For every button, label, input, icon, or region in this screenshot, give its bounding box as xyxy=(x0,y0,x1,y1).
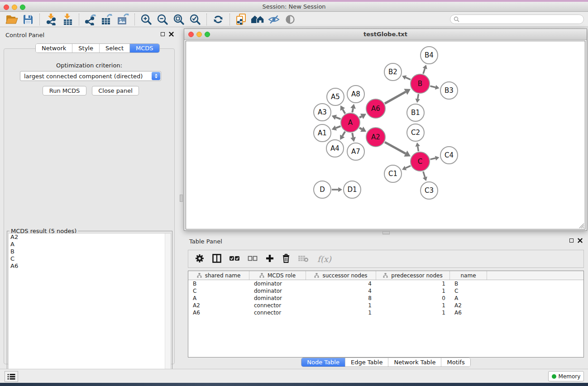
graph-edge-C-C1[interactable] xyxy=(406,166,411,168)
import-network-button[interactable] xyxy=(43,13,59,26)
maximize-window-button[interactable] xyxy=(20,5,25,10)
graph-edge-C-C3[interactable] xyxy=(423,172,425,177)
mcds-result-item[interactable]: A2 xyxy=(9,234,171,241)
import-table-button[interactable] xyxy=(59,13,76,26)
graph-edge-A2-C[interactable] xyxy=(385,142,406,153)
clone-network-button[interactable] xyxy=(233,13,249,26)
graph-node-label: C1 xyxy=(388,170,397,178)
graph-edge-B-B2[interactable] xyxy=(406,77,411,80)
hide-details-button[interactable] xyxy=(266,13,282,26)
run-mcds-button[interactable]: Run MCDS xyxy=(43,86,86,95)
graph-node-label: C xyxy=(418,157,422,166)
tab-mcds[interactable]: MCDS xyxy=(130,44,159,52)
column-header-successor-nodes[interactable]: successor nodes xyxy=(306,271,376,280)
network-canvas[interactable]: AA1A2A3A4A5A6A7A8BB1B2B3B4CC1C2C3C4DD1 xyxy=(186,41,585,229)
graph-edge-A-A7[interactable] xyxy=(352,133,353,138)
main-toolbar xyxy=(0,12,588,27)
table-cell: 8 xyxy=(306,295,376,302)
optimization-criterion-select[interactable]: largest connected component (directed) xyxy=(20,71,161,81)
save-session-button[interactable] xyxy=(20,13,36,26)
close-panel-icon[interactable] xyxy=(578,238,583,243)
zoom-selected-button[interactable] xyxy=(187,13,203,26)
tab-network-table[interactable]: Network Table xyxy=(388,358,441,367)
function-builder-button[interactable]: f(x) xyxy=(317,254,331,264)
graph-edge-B-B1[interactable] xyxy=(418,94,419,99)
home-button[interactable] xyxy=(249,13,266,26)
show-details-button[interactable] xyxy=(282,13,298,26)
show-columns-button[interactable] xyxy=(212,254,221,264)
zoom-fit-button[interactable] xyxy=(171,13,187,26)
graph-edge-A-A5[interactable] xyxy=(343,110,345,114)
add-column-button[interactable] xyxy=(265,254,274,264)
minimize-network-window-button[interactable] xyxy=(196,32,202,37)
graph-edge-A-A6[interactable] xyxy=(359,116,362,118)
table-cell: connector xyxy=(249,302,306,309)
mcds-result-item[interactable]: B xyxy=(9,248,171,255)
export-image-button[interactable] xyxy=(115,13,131,26)
deselect-all-button[interactable] xyxy=(248,255,258,263)
horizontal-splitter-handle[interactable] xyxy=(382,231,390,234)
resize-grip-icon[interactable] xyxy=(578,222,584,229)
tab-select[interactable]: Select xyxy=(100,44,130,52)
vertical-splitter-handle[interactable] xyxy=(180,195,183,202)
network-window-titlebar[interactable]: testGlobe.txt xyxy=(184,29,587,40)
mcds-result-group: MCDS result (5 nodes) A2ABCA6 xyxy=(7,231,172,385)
table-settings-button[interactable] xyxy=(195,253,205,265)
mcds-result-item[interactable]: A xyxy=(9,241,171,248)
graph-edge-C-C4[interactable] xyxy=(430,158,435,160)
graph-edge-B-B4[interactable] xyxy=(423,68,425,74)
task-history-button[interactable] xyxy=(5,371,18,382)
tab-edge-table[interactable]: Edge Table xyxy=(345,358,388,367)
search-input[interactable] xyxy=(459,16,573,23)
column-header-predecessor-nodes[interactable]: predecessor nodes xyxy=(376,271,450,280)
table-cell: 1 xyxy=(306,309,376,316)
table-row[interactable]: Cdominator41C xyxy=(188,287,583,295)
graph-edge-B-B3[interactable] xyxy=(430,86,435,87)
maximize-network-window-button[interactable] xyxy=(205,32,210,37)
memory-button[interactable]: Memory xyxy=(548,371,584,381)
close-panel-icon[interactable] xyxy=(169,32,174,37)
export-table-button[interactable] xyxy=(99,13,115,26)
search-field[interactable] xyxy=(450,14,584,24)
tab-motifs[interactable]: Motifs xyxy=(441,358,470,367)
column-header-shared-name[interactable]: shared name xyxy=(188,271,249,280)
float-panel-icon[interactable] xyxy=(569,238,574,243)
tab-style[interactable]: Style xyxy=(72,44,100,52)
graph-edge-A-A8[interactable] xyxy=(352,108,353,112)
float-panel-icon[interactable] xyxy=(161,32,165,36)
table-row[interactable]: A2connector11A2 xyxy=(188,302,583,309)
column-header-name[interactable]: name xyxy=(450,271,487,280)
graph-edge-A6-B[interactable] xyxy=(385,92,406,104)
close-network-window-button[interactable] xyxy=(188,32,194,37)
mcds-result-item[interactable]: A6 xyxy=(9,262,171,270)
export-network-button[interactable] xyxy=(82,13,99,26)
tab-network[interactable]: Network xyxy=(36,44,72,52)
zoom-in-button[interactable] xyxy=(138,13,154,26)
table-panel: Table Panel f(x) shared nameMCDS rolesuc… xyxy=(184,235,588,367)
graph-edge-A-A3[interactable] xyxy=(336,117,340,119)
result-scrollbar[interactable] xyxy=(165,234,171,383)
delete-table-button[interactable] xyxy=(298,255,309,263)
graph-edge-A-A4[interactable] xyxy=(342,132,345,136)
graph-edge-A-A2[interactable] xyxy=(359,128,362,129)
mcds-result-item[interactable]: C xyxy=(9,255,171,262)
delete-column-button[interactable] xyxy=(282,253,290,265)
open-session-button[interactable] xyxy=(4,13,20,26)
select-all-button[interactable] xyxy=(229,255,240,263)
minimize-window-button[interactable] xyxy=(12,5,17,10)
table-row[interactable]: Adominator80A xyxy=(188,295,583,302)
tab-node-table[interactable]: Node Table xyxy=(301,358,345,367)
table-row[interactable]: A6connector11A6 xyxy=(188,309,583,316)
refresh-layout-button[interactable] xyxy=(210,13,226,26)
close-window-button[interactable] xyxy=(4,5,9,10)
column-header-mcds-role[interactable]: MCDS role xyxy=(249,271,306,280)
table-cell: A xyxy=(188,295,249,302)
zoom-selected-icon xyxy=(189,14,201,25)
table-cell: 4 xyxy=(306,280,376,287)
zoom-out-button[interactable] xyxy=(154,13,171,26)
graph-edge-A-A1[interactable] xyxy=(336,126,340,128)
table-row[interactable]: Bdominator41B xyxy=(188,280,583,287)
graph-edge-C-C2[interactable] xyxy=(418,146,419,151)
close-panel-button[interactable]: Close panel xyxy=(92,86,139,95)
save-icon xyxy=(23,14,33,25)
